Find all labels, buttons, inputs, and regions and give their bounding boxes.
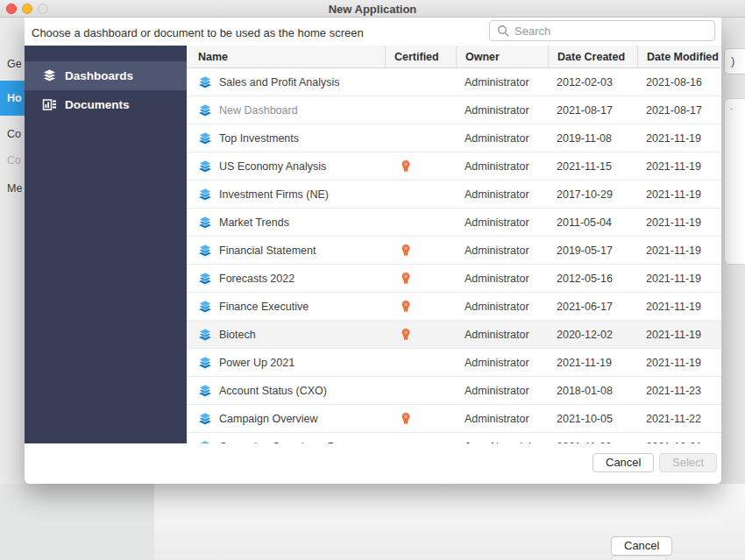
row-owner-cell: Administrator bbox=[456, 96, 548, 124]
row-owner-cell: Administrator bbox=[456, 237, 548, 264]
column-header-certified[interactable]: Certified bbox=[385, 46, 456, 67]
table-row[interactable]: Power Up 2021 Administrator 2021-11-19 2… bbox=[187, 349, 721, 377]
background-nav-item-components[interactable]: Co bbox=[7, 128, 21, 140]
row-date-modified-cell: 2021-08-16 bbox=[637, 68, 721, 96]
table-row[interactable]: Campaign Overview Administrator 2021-10-… bbox=[187, 405, 721, 433]
row-name-cell: Power Up 2021 bbox=[187, 349, 385, 376]
dialog-sidebar: Dashboards Documents bbox=[25, 46, 187, 443]
row-date-modified-cell: 2021-11-19 bbox=[637, 293, 721, 320]
row-name-cell: New Dashboard bbox=[187, 96, 385, 124]
background-nav-item-more[interactable]: Me bbox=[7, 182, 22, 195]
dashboard-icon bbox=[198, 328, 212, 342]
row-date-created-cell: 2019-05-17 bbox=[548, 237, 637, 264]
column-header-date-modified[interactable]: Date Modified bbox=[637, 46, 721, 67]
row-date-created-cell: 2012-05-16 bbox=[548, 265, 637, 292]
dashboard-icon bbox=[198, 216, 212, 230]
row-certified-cell bbox=[385, 96, 456, 124]
table-row[interactable]: New Dashboard Administrator 2021-08-17 2… bbox=[187, 96, 721, 124]
row-name-cell: Financial Statement bbox=[187, 237, 385, 264]
search-box[interactable] bbox=[489, 20, 715, 41]
row-owner-cell: Administrator bbox=[456, 181, 548, 208]
certified-ribbon-icon bbox=[401, 328, 411, 342]
row-name-label: US Economy Analysis bbox=[219, 160, 326, 173]
background-nav-item-general[interactable]: Ge bbox=[7, 58, 22, 70]
sidebar-item-documents[interactable]: Documents bbox=[25, 90, 187, 119]
table-row[interactable]: Financial Statement Administrator 2019-0… bbox=[187, 237, 721, 265]
row-certified-cell bbox=[385, 433, 456, 443]
dialog-cancel-button[interactable]: Cancel bbox=[592, 453, 654, 472]
row-name-label: Forecasts 2022 bbox=[219, 273, 294, 285]
dashboard-icon bbox=[198, 244, 212, 258]
row-name-label: Campaign Overview bbox=[219, 413, 318, 425]
certified-ribbon-icon bbox=[401, 159, 411, 174]
row-date-created-cell: 2021-11-15 bbox=[548, 152, 637, 180]
dashboard-icon bbox=[198, 300, 212, 314]
row-name-label: Financial Statement bbox=[219, 245, 316, 257]
row-owner-cell: Administrator bbox=[456, 152, 548, 180]
row-name-cell: Campaign Overview - Dev bbox=[187, 433, 385, 443]
dialog-select-button[interactable]: Select bbox=[659, 453, 717, 472]
certified-ribbon-icon bbox=[401, 272, 411, 286]
dashboard-icon bbox=[198, 272, 212, 286]
column-header-date-created[interactable]: Date Created bbox=[548, 46, 637, 67]
dialog-prompt: Choose a dashboard or document to be use… bbox=[32, 26, 364, 39]
row-name-label: Market Trends bbox=[219, 216, 289, 229]
table-row[interactable]: Biotech Administrator 2020-12-02 2021-11… bbox=[187, 321, 721, 349]
table-header: Name Certified Owner Date Created Date M… bbox=[187, 46, 721, 68]
background-nav-item-home[interactable]: Ho bbox=[0, 81, 25, 116]
row-date-created-cell: 2019-11-08 bbox=[548, 124, 637, 152]
row-date-modified-cell: 2021-11-19 bbox=[637, 209, 721, 236]
row-name-cell: US Economy Analysis bbox=[187, 152, 385, 180]
column-header-name[interactable]: Name bbox=[187, 46, 385, 67]
window-footer-buttons: Cancel Save bbox=[611, 536, 745, 560]
dashboard-icon bbox=[198, 75, 212, 89]
row-name-cell: Biotech bbox=[187, 321, 385, 348]
row-date-modified-cell: 2021-11-19 bbox=[637, 321, 721, 348]
row-owner-cell: Jose Nosedal bbox=[456, 433, 548, 443]
row-date-modified-cell: 2021-08-17 bbox=[637, 96, 721, 124]
table-row[interactable]: Campaign Overview - Dev Jose Nosedal 202… bbox=[187, 433, 721, 443]
table-row[interactable]: Account Status (CXO) Administrator 2018-… bbox=[187, 377, 721, 405]
table-row[interactable]: US Economy Analysis Administrator 2021-1… bbox=[187, 152, 721, 181]
row-owner-cell: Administrator bbox=[456, 377, 548, 404]
row-owner-cell: Administrator bbox=[456, 209, 548, 236]
search-input[interactable] bbox=[514, 25, 707, 38]
row-date-created-cell: 2011-05-04 bbox=[548, 209, 637, 236]
row-certified-cell bbox=[385, 237, 456, 264]
row-owner-cell: Administrator bbox=[456, 68, 548, 96]
background-page-left bbox=[0, 484, 154, 560]
row-date-created-cell: 2017-10-29 bbox=[548, 181, 637, 208]
dashboard-icon bbox=[198, 412, 212, 426]
row-name-cell: Sales and Profit Analysis bbox=[187, 68, 385, 96]
row-name-cell: Campaign Overview bbox=[187, 405, 385, 432]
background-toggle-fragment: ) bbox=[724, 48, 745, 74]
row-certified-cell bbox=[385, 209, 456, 236]
certified-ribbon-icon bbox=[401, 412, 411, 426]
table-row[interactable]: Top Investments Administrator 2019-11-08… bbox=[187, 124, 721, 152]
column-header-owner[interactable]: Owner bbox=[456, 46, 548, 67]
row-certified-cell bbox=[385, 265, 456, 292]
dashboard-icon bbox=[198, 356, 212, 370]
row-certified-cell bbox=[385, 377, 456, 404]
table-body: Sales and Profit Analysis Administrator … bbox=[187, 68, 721, 443]
table-row[interactable]: Forecasts 2022 Administrator 2012-05-16 … bbox=[187, 265, 721, 293]
row-name-label: New Dashboard bbox=[219, 104, 298, 117]
row-date-created-cell: 2020-12-02 bbox=[548, 321, 637, 348]
window-cancel-button[interactable]: Cancel bbox=[611, 536, 672, 556]
certified-ribbon-icon bbox=[401, 244, 411, 258]
row-name-label: Power Up 2021 bbox=[219, 357, 294, 369]
window-save-button[interactable]: Save bbox=[611, 556, 667, 560]
table-row[interactable]: Finance Executive Administrator 2021-06-… bbox=[187, 293, 721, 321]
table-row[interactable]: Market Trends Administrator 2011-05-04 2… bbox=[187, 209, 721, 237]
sidebar-item-dashboards[interactable]: Dashboards bbox=[25, 61, 187, 90]
row-date-created-cell: 2021-08-17 bbox=[548, 96, 637, 124]
table-row[interactable]: Sales and Profit Analysis Administrator … bbox=[187, 68, 721, 96]
dashboard-icon bbox=[198, 159, 212, 174]
row-name-label: Sales and Profit Analysis bbox=[219, 76, 340, 89]
dashboards-icon bbox=[42, 68, 57, 83]
background-nav-strip: Ge Ho Co Co Me bbox=[0, 18, 25, 560]
row-date-modified-cell: 2021-11-19 bbox=[637, 181, 721, 208]
dashboard-icon bbox=[198, 188, 212, 202]
table-row[interactable]: Investment Firms (NE) Administrator 2017… bbox=[187, 181, 721, 209]
row-date-created-cell: 2021-10-05 bbox=[548, 405, 637, 432]
